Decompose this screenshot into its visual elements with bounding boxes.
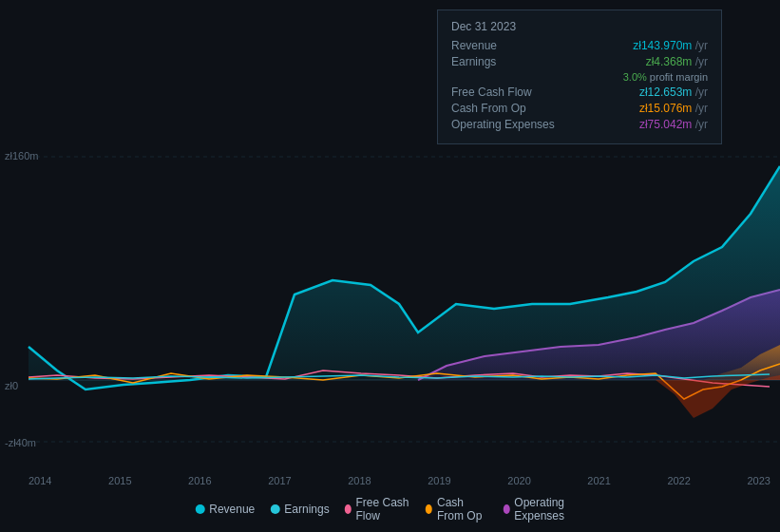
tooltip-value-cashfromop: zł15.076m /yr [639,102,708,115]
tooltip-value-earnings: zł4.368m /yr [646,55,708,68]
x-label-2016: 2016 [188,475,211,486]
profit-margin-row: 3.0% profit margin [451,71,708,83]
chart-container: Dec 31 2023 Revenue zł143.970m /yr Earni… [0,0,780,532]
tooltip-label-earnings: Earnings [451,55,556,68]
tooltip-row-revenue: Revenue zł143.970m /yr [451,39,708,52]
legend-item-earnings[interactable]: Earnings [270,503,329,516]
tooltip-label-opex: Operating Expenses [451,118,556,131]
revenue-area [29,166,780,390]
legend-label-opex: Operating Expenses [514,496,584,522]
legend-item-cashfromop[interactable]: Cash From Op [426,496,487,522]
legend-item-opex[interactable]: Operating Expenses [503,496,584,522]
tooltip-title: Dec 31 2023 [451,20,708,33]
legend-dot-cashfromop [426,504,432,514]
tooltip-value-fcf: zł12.653m /yr [639,86,708,99]
legend-label-revenue: Revenue [209,503,255,516]
cashfromop-negative-area [656,375,780,418]
legend-label-cashfromop: Cash From Op [437,496,488,522]
x-label-2022: 2022 [667,475,690,486]
tooltip-row-fcf: Free Cash Flow zł12.653m /yr [451,86,708,99]
legend-dot-fcf [345,504,352,514]
tooltip-row-cashfromop: Cash From Op zł15.076m /yr [451,102,708,115]
x-label-2014: 2014 [29,475,51,486]
x-label-2017: 2017 [268,475,291,486]
legend-item-fcf[interactable]: Free Cash Flow [345,496,411,522]
legend-dot-revenue [195,504,204,514]
tooltip-value-opex: zł75.042m /yr [639,118,708,131]
x-label-2015: 2015 [108,475,131,486]
tooltip-row-earnings: Earnings zł4.368m /yr [451,55,708,68]
x-label-2023: 2023 [747,475,770,486]
chart-area [0,147,780,484]
tooltip-label-revenue: Revenue [451,39,556,52]
x-label-2020: 2020 [507,475,530,486]
tooltip-value-revenue: zł143.970m /yr [633,39,708,52]
x-label-2019: 2019 [428,475,450,486]
legend-item-revenue[interactable]: Revenue [195,503,255,516]
legend-label-earnings: Earnings [284,503,329,516]
x-label-2021: 2021 [587,475,610,486]
tooltip-label-fcf: Free Cash Flow [451,86,556,99]
profit-margin-text: 3.0% profit margin [623,71,708,83]
x-labels: 2014 2015 2016 2017 2018 2019 2020 2021 … [29,475,770,486]
x-label-2018: 2018 [348,475,371,486]
tooltip-label-cashfromop: Cash From Op [451,102,556,115]
chart-svg [0,147,780,484]
legend-dot-opex [503,504,509,514]
legend-label-fcf: Free Cash Flow [355,496,410,522]
legend: Revenue Earnings Free Cash Flow Cash Fro… [195,496,585,522]
tooltip-row-opex: Operating Expenses zł75.042m /yr [451,118,708,131]
legend-dot-earnings [270,504,279,514]
tooltip: Dec 31 2023 Revenue zł143.970m /yr Earni… [437,10,722,144]
